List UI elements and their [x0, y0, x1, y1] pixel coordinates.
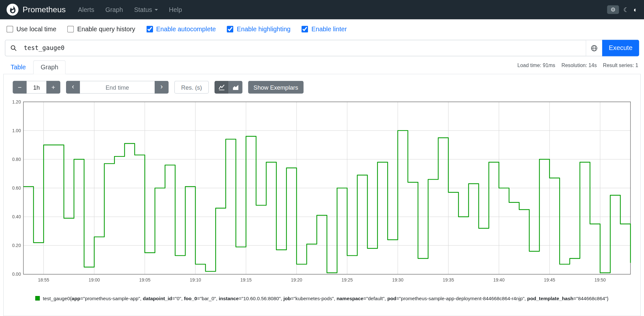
tab-table[interactable]: Table: [3, 60, 33, 74]
end-time-control-group: ‹ ›: [66, 81, 168, 94]
options-row: Use local time Enable query history Enab…: [0, 19, 644, 36]
graph-controls: − + ‹ › Show Exemplars: [13, 81, 631, 94]
decrease-range-button[interactable]: −: [13, 81, 26, 94]
nav-item-help[interactable]: Help: [169, 6, 182, 13]
stacked-chart-icon: [232, 84, 238, 90]
svg-text:0.40: 0.40: [12, 214, 21, 219]
increase-range-button[interactable]: +: [46, 81, 60, 94]
brand-title: Prometheus: [23, 5, 66, 14]
svg-text:19:00: 19:00: [89, 277, 100, 282]
checkbox-label: Enable autocomplete: [156, 25, 216, 33]
dark-theme-moon-icon[interactable]: ☾: [623, 6, 629, 13]
checkbox-enable-linter[interactable]: Enable linter: [302, 25, 347, 33]
svg-text:19:15: 19:15: [240, 277, 252, 282]
navbar: Prometheus Alerts Graph Status Help ⚙ ☾ …: [0, 0, 644, 19]
checkbox-enable-highlighting[interactable]: Enable highlighting: [227, 25, 290, 33]
query-input-group: Execute: [5, 40, 639, 56]
query-stats: Load time: 91ms Resolution: 14s Result s…: [517, 60, 641, 68]
svg-text:19:45: 19:45: [544, 277, 555, 282]
tab-graph[interactable]: Graph: [33, 60, 66, 74]
result-series-stat: Result series: 1: [603, 63, 638, 68]
chart-area: 0.000.200.400.600.801.001.2018:5519:0019…: [9, 99, 634, 287]
prometheus-logo-icon: [6, 4, 18, 15]
nav-item-status-label: Status: [134, 6, 152, 13]
range-input[interactable]: [27, 81, 46, 94]
settings-gear-icon[interactable]: ⚙: [607, 5, 619, 14]
svg-text:19:50: 19:50: [594, 277, 606, 282]
series-label-text: test_gauge0{app="prometheus-sample-app",…: [43, 295, 609, 302]
nav-item-graph[interactable]: Graph: [105, 6, 123, 13]
svg-text:19:40: 19:40: [493, 277, 505, 282]
use-local-time-checkbox[interactable]: [6, 26, 13, 32]
stacked-chart-toggle-button[interactable]: [228, 81, 242, 94]
svg-text:19:35: 19:35: [443, 277, 454, 282]
shift-time-forward-button[interactable]: ›: [155, 81, 168, 94]
svg-text:0.00: 0.00: [12, 272, 21, 277]
nav-links: Alerts Graph Status Help: [78, 6, 182, 13]
svg-text:19:30: 19:30: [392, 277, 403, 282]
line-chart-toggle-button[interactable]: [215, 81, 228, 94]
enable-autocomplete-checkbox[interactable]: [146, 26, 153, 32]
svg-text:19:10: 19:10: [190, 277, 201, 282]
show-exemplars-button[interactable]: Show Exemplars: [248, 81, 303, 94]
legend-item[interactable]: test_gauge0{app="prometheus-sample-app",…: [9, 295, 634, 302]
svg-text:1.00: 1.00: [12, 128, 21, 133]
auto-theme-contrast-icon[interactable]: ◐: [633, 6, 637, 13]
end-time-input[interactable]: [80, 81, 155, 94]
page: Prometheus Alerts Graph Status Help ⚙ ☾ …: [0, 0, 644, 316]
enable-highlighting-checkbox[interactable]: [227, 26, 233, 32]
svg-text:19:05: 19:05: [139, 277, 150, 282]
enable-query-history-checkbox[interactable]: [67, 26, 74, 32]
query-expression-input[interactable]: [21, 40, 586, 56]
navbar-right: ⚙ ☾ ◐: [607, 5, 638, 14]
checkbox-enable-autocomplete[interactable]: Enable autocomplete: [146, 25, 216, 33]
graph-panel: − + ‹ › Show Exemplars 0.000.200.40: [3, 74, 641, 316]
resolution-stat: Resolution: 14s: [562, 63, 597, 68]
execute-button[interactable]: Execute: [602, 40, 639, 56]
range-control-group: − +: [13, 81, 60, 94]
line-chart-icon: [218, 84, 225, 90]
checkbox-enable-query-history[interactable]: Enable query history: [67, 25, 135, 33]
enable-linter-checkbox[interactable]: [302, 26, 308, 32]
panel-tabs: Table Graph Load time: 91ms Resolution: …: [3, 60, 641, 74]
svg-text:19:20: 19:20: [291, 277, 302, 282]
checkbox-label: Use local time: [16, 25, 56, 33]
series-color-swatch: [35, 296, 40, 301]
svg-text:18:55: 18:55: [38, 277, 49, 282]
checkbox-label: Enable linter: [312, 25, 347, 33]
svg-text:1.20: 1.20: [12, 99, 21, 104]
chart-type-toggle-group: [215, 81, 243, 94]
checkbox-label: Enable highlighting: [237, 25, 291, 33]
graph-canvas[interactable]: 0.000.200.400.600.801.001.2018:5519:0019…: [9, 99, 634, 285]
resolution-input[interactable]: [174, 81, 209, 94]
brand[interactable]: Prometheus: [6, 4, 66, 15]
nav-item-alerts[interactable]: Alerts: [78, 6, 94, 13]
svg-text:0.80: 0.80: [12, 157, 21, 162]
nav-item-status[interactable]: Status: [134, 6, 158, 13]
load-time-stat: Load time: 91ms: [517, 63, 555, 68]
checkbox-use-local-time[interactable]: Use local time: [6, 25, 56, 33]
query-bar: Execute: [5, 40, 639, 56]
svg-text:19:25: 19:25: [341, 277, 353, 282]
shift-time-back-button[interactable]: ‹: [66, 81, 80, 94]
search-icon: [5, 40, 22, 56]
metrics-explorer-globe-icon[interactable]: [586, 40, 602, 56]
checkbox-label: Enable query history: [77, 25, 135, 33]
chevron-down-icon: [155, 9, 158, 10]
svg-text:0.60: 0.60: [12, 185, 21, 191]
svg-text:0.20: 0.20: [12, 243, 21, 248]
